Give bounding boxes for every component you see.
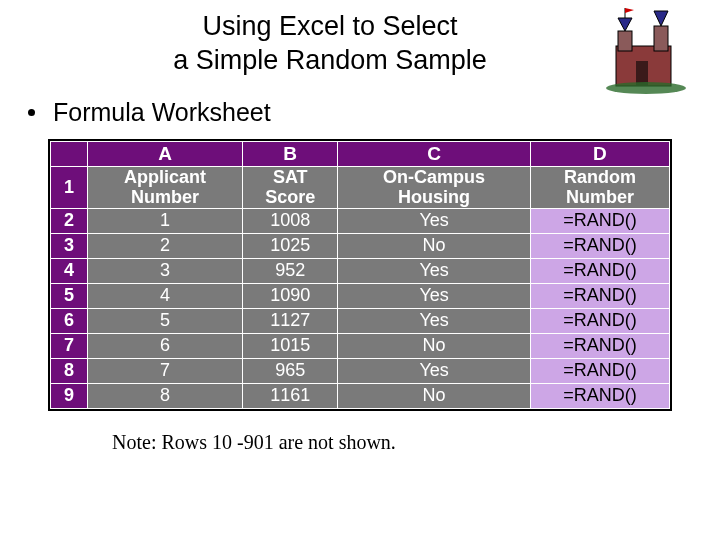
cell-sat: 952 <box>243 258 338 283</box>
cell-housing: No <box>338 333 530 358</box>
cell-sat: 965 <box>243 358 338 383</box>
cell-applicant: 8 <box>88 383 243 408</box>
table-row: 5 4 1090 Yes =RAND() <box>51 283 670 308</box>
cell-sat: 1161 <box>243 383 338 408</box>
header-sat: SATScore <box>243 166 338 208</box>
cell-random: =RAND() <box>530 233 669 258</box>
cell-random: =RAND() <box>530 358 669 383</box>
table-row: 6 5 1127 Yes =RAND() <box>51 308 670 333</box>
table-row: 2 1 1008 Yes =RAND() <box>51 208 670 233</box>
title-line-1: Using Excel to Select <box>202 11 457 41</box>
svg-marker-4 <box>654 11 668 26</box>
cell-sat: 1025 <box>243 233 338 258</box>
footnote: Note: Rows 10 -901 are not shown. <box>112 431 720 454</box>
row-header: 6 <box>51 308 88 333</box>
svg-marker-8 <box>625 8 634 13</box>
castle-illustration <box>606 6 696 96</box>
cell-housing: Yes <box>338 358 530 383</box>
cell-random: =RAND() <box>530 208 669 233</box>
svg-rect-1 <box>618 31 632 51</box>
col-header-b: B <box>243 141 338 166</box>
worksheet-table: A B C D 1 ApplicantNumber SATScore On-Ca… <box>48 139 672 411</box>
col-header-a: A <box>88 141 243 166</box>
cell-sat: 1090 <box>243 283 338 308</box>
cell-housing: Yes <box>338 208 530 233</box>
corner-cell <box>51 141 88 166</box>
table-row: 8 7 965 Yes =RAND() <box>51 358 670 383</box>
bullet-dot-icon <box>28 109 35 116</box>
row-header: 1 <box>51 166 88 208</box>
cell-housing: No <box>338 383 530 408</box>
table-row: 7 6 1015 No =RAND() <box>51 333 670 358</box>
cell-random: =RAND() <box>530 258 669 283</box>
cell-housing: Yes <box>338 258 530 283</box>
row-header: 9 <box>51 383 88 408</box>
row-header: 2 <box>51 208 88 233</box>
cell-random: =RAND() <box>530 333 669 358</box>
row-header: 5 <box>51 283 88 308</box>
cell-random: =RAND() <box>530 383 669 408</box>
svg-marker-3 <box>618 18 632 31</box>
cell-housing: Yes <box>338 308 530 333</box>
table-row: 4 3 952 Yes =RAND() <box>51 258 670 283</box>
cell-applicant: 3 <box>88 258 243 283</box>
table-row: 3 2 1025 No =RAND() <box>51 233 670 258</box>
cell-housing: No <box>338 233 530 258</box>
row-header: 3 <box>51 233 88 258</box>
header-applicant: ApplicantNumber <box>88 166 243 208</box>
header-random: RandomNumber <box>530 166 669 208</box>
cell-applicant: 1 <box>88 208 243 233</box>
cell-housing: Yes <box>338 283 530 308</box>
col-header-d: D <box>530 141 669 166</box>
cell-sat: 1127 <box>243 308 338 333</box>
cell-random: =RAND() <box>530 308 669 333</box>
cell-applicant: 5 <box>88 308 243 333</box>
cell-applicant: 7 <box>88 358 243 383</box>
row-header: 7 <box>51 333 88 358</box>
svg-rect-2 <box>654 26 668 51</box>
header-housing: On-CampusHousing <box>338 166 530 208</box>
cell-applicant: 2 <box>88 233 243 258</box>
cell-applicant: 6 <box>88 333 243 358</box>
cell-sat: 1008 <box>243 208 338 233</box>
col-header-c: C <box>338 141 530 166</box>
row-header: 8 <box>51 358 88 383</box>
bullet-item: Formula Worksheet <box>28 98 720 127</box>
table-row: 9 8 1161 No =RAND() <box>51 383 670 408</box>
title-line-2: a Simple Random Sample <box>173 45 487 75</box>
row-header: 4 <box>51 258 88 283</box>
svg-point-6 <box>606 82 686 94</box>
cell-random: =RAND() <box>530 283 669 308</box>
cell-applicant: 4 <box>88 283 243 308</box>
bullet-text: Formula Worksheet <box>53 98 271 127</box>
cell-sat: 1015 <box>243 333 338 358</box>
